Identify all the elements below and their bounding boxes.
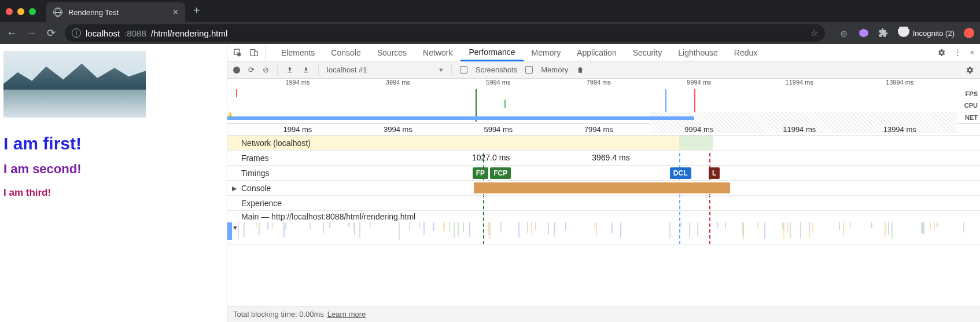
timing-badge-fp[interactable]: FP — [473, 167, 488, 179]
timings-track-label: Timings — [227, 166, 275, 180]
learn-more-link[interactable]: Learn more — [327, 310, 366, 319]
devtools-tab-memory[interactable]: Memory — [524, 44, 569, 61]
devtools-settings-icon[interactable] — [937, 48, 946, 57]
url-port: :8088 — [124, 28, 146, 38]
devtools-tab-console[interactable]: Console — [323, 44, 369, 61]
site-info-icon[interactable]: i — [72, 28, 81, 38]
svg-rect-4 — [304, 71, 308, 72]
capture-settings-icon[interactable] — [965, 65, 974, 75]
browser-tab[interactable]: Rendering Test × — [46, 2, 185, 22]
main-ruler[interactable]: 1994 ms3994 ms5994 ms7994 ms9994 ms11994… — [227, 124, 980, 136]
lens-icon[interactable]: ◎ — [839, 28, 849, 38]
console-track[interactable]: ▶ Console — [227, 181, 980, 196]
ruler-tick: 9994 ms — [684, 125, 713, 134]
reload-button[interactable]: ⟳ — [45, 27, 57, 39]
ruler-tick: 7994 ms — [587, 79, 611, 86]
svg-rect-3 — [288, 71, 292, 72]
page-heading-3: I am third! — [3, 187, 223, 199]
devtools-tab-security[interactable]: Security — [625, 44, 670, 61]
devtools-tab-performance[interactable]: Performance — [460, 44, 523, 61]
overview-lane-cpu: CPU — [957, 102, 978, 109]
close-tab-icon[interactable]: × — [173, 8, 178, 17]
incognito-icon — [898, 29, 909, 37]
devtools-close-icon[interactable]: × — [970, 48, 974, 57]
tracks-area: ▶ Network (localhost) Frames 1027.0 ms 3… — [227, 136, 980, 244]
ruler-tick: 1994 ms — [285, 79, 310, 86]
overview-timeline[interactable]: 1994 ms3994 ms5994 ms7994 ms9994 ms11994… — [227, 79, 980, 124]
minimize-window-icon[interactable] — [17, 8, 24, 15]
frames-track[interactable]: Frames 1027.0 ms 3969.4 ms — [227, 151, 980, 166]
memory-checkbox[interactable] — [525, 66, 533, 74]
devtools-tab-redux[interactable]: Redux — [726, 44, 765, 61]
ruler-tick: 11994 ms — [786, 79, 813, 86]
translate-icon[interactable] — [859, 28, 869, 38]
devtools-tab-application[interactable]: Application — [569, 44, 625, 61]
screenshots-checkbox[interactable] — [460, 66, 467, 74]
devtools-tab-lighthouse[interactable]: Lighthouse — [670, 44, 726, 61]
main-thread-track[interactable]: ▼ Main — http://localhost:8088/html/rend… — [227, 211, 980, 244]
experience-track[interactable]: Experience — [227, 196, 980, 211]
memory-label: Memory — [541, 65, 568, 74]
devtools-tab-elements[interactable]: Elements — [273, 44, 323, 61]
ruler-tick: 1994 ms — [283, 125, 312, 134]
ruler-tick: 3994 ms — [386, 79, 410, 86]
extension-badge-icon[interactable] — [964, 28, 974, 38]
overview-lane-fps: FPS — [957, 90, 978, 97]
record-button[interactable] — [233, 67, 240, 74]
page-heading-1: I am first! — [3, 134, 223, 153]
devtools-tab-sources[interactable]: Sources — [369, 44, 415, 61]
devtools-more-icon[interactable]: ⋮ — [954, 48, 961, 57]
experience-track-label: Experience — [227, 196, 288, 210]
inspect-element-icon[interactable] — [233, 48, 242, 57]
ruler-tick: 9994 ms — [687, 79, 711, 86]
forward-button[interactable]: → — [25, 27, 37, 39]
network-track-label: Network (localhost) — [227, 136, 316, 150]
ruler-tick: 3994 ms — [384, 125, 412, 134]
overview-lane-net: NET — [957, 114, 978, 121]
total-blocking-time: Total blocking time: 0.00ms — [233, 310, 324, 319]
frames-track-label: Frames — [227, 151, 274, 165]
maximize-window-icon[interactable] — [29, 8, 36, 15]
hero-image — [3, 51, 146, 118]
timing-badge-dcl[interactable]: DCL — [670, 167, 691, 179]
tab-title: Rendering Test — [68, 8, 119, 17]
load-profile-icon[interactable] — [286, 66, 294, 74]
url-path: /html/rendering.html — [151, 28, 228, 38]
timing-badge-l[interactable]: L — [709, 167, 720, 179]
incognito-badge[interactable]: Incognito (2) — [898, 29, 955, 38]
dropdown-caret-icon[interactable]: ▾ — [439, 65, 443, 74]
page-heading-2: I am second! — [3, 162, 223, 177]
save-profile-icon[interactable] — [302, 66, 310, 74]
performance-footer: Total blocking time: 0.00ms Learn more — [227, 306, 980, 322]
devtools-panel: ElementsConsoleSourcesNetworkPerformance… — [227, 44, 980, 322]
ruler-tick: 11994 ms — [783, 125, 816, 134]
close-window-icon[interactable] — [6, 8, 13, 15]
ruler-tick: 13994 ms — [883, 125, 916, 134]
performance-toolbar: ⟳ ⊘ localhost #1 ▾ Screenshots Memory — [227, 61, 980, 79]
device-toolbar-icon[interactable] — [249, 48, 259, 57]
network-track[interactable]: ▶ Network (localhost) — [227, 136, 980, 151]
trash-icon[interactable] — [576, 66, 584, 74]
browser-titlebar: Rendering Test × + — [0, 0, 980, 22]
frame-duration-1: 3969.4 ms — [592, 153, 629, 162]
devtools-tabs: ElementsConsoleSourcesNetworkPerformance… — [227, 44, 980, 61]
new-tab-button[interactable]: + — [193, 4, 200, 17]
address-bar[interactable]: i localhost:8088/html/rendering.html ☆ — [65, 24, 825, 42]
profile-select[interactable]: localhost #1 — [327, 65, 431, 74]
ruler-tick: 13994 ms — [886, 79, 913, 86]
devtools-tab-network[interactable]: Network — [415, 44, 460, 61]
extensions-icon[interactable] — [878, 28, 889, 38]
timings-track[interactable]: Timings FPFCPDCLL — [227, 166, 980, 181]
rendered-page: I am first! I am second! I am third! — [0, 44, 227, 322]
incognito-label: Incognito (2) — [913, 29, 955, 38]
window-controls — [6, 8, 36, 15]
clear-button[interactable]: ⊘ — [263, 65, 269, 74]
url-host: localhost — [86, 28, 120, 38]
reload-record-button[interactable]: ⟳ — [248, 65, 255, 74]
frame-duration-0: 1027.0 ms — [472, 153, 510, 162]
bookmark-star-icon[interactable]: ☆ — [810, 28, 818, 38]
timing-badge-fcp[interactable]: FCP — [490, 167, 511, 179]
ruler-tick: 7994 ms — [584, 125, 613, 134]
back-button[interactable]: ← — [6, 27, 17, 39]
svg-rect-2 — [255, 51, 257, 56]
